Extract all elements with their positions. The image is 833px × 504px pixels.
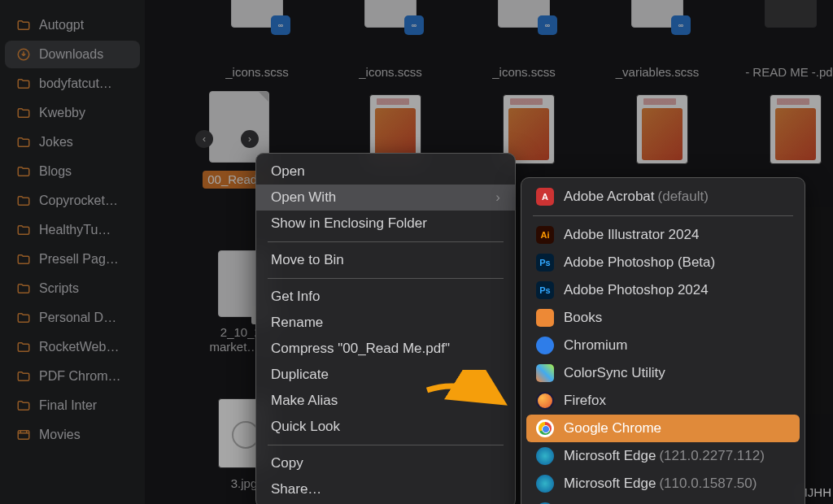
context-menu: OpenOpen With›Show in Enclosing FolderMo…	[255, 153, 516, 504]
menu-item-label: Copy	[271, 455, 303, 471]
sidebar-item-movies[interactable]: Movies	[5, 421, 140, 449]
quicklook-prev-icon[interactable]: ‹	[195, 130, 213, 148]
file-label: _icons.scss	[192, 65, 322, 80]
sidebar-item-personal-d-[interactable]: Personal D…	[5, 304, 140, 332]
menu-item-label: Open With	[271, 189, 336, 206]
menu-item-move-to-bin[interactable]: Move to Bin	[256, 247, 515, 273]
sidebar-item-autogpt[interactable]: Autogpt	[5, 11, 140, 39]
vscode-badge-icon: ∞	[671, 15, 691, 35]
sidebar-item-label: Jokes	[39, 135, 73, 150]
ps-app-icon: Ps	[536, 254, 554, 272]
file-thumbnail[interactable]	[636, 94, 688, 164]
sidebar-item-healthytu-[interactable]: HealthyTu…	[5, 216, 140, 244]
menu-item-copy[interactable]: Copy	[256, 450, 515, 476]
menu-item-label: Open	[271, 163, 305, 180]
app-item-microsoft-edge[interactable]: Microsoft Edge(110.0.1587.50)	[521, 470, 805, 497]
folder-icon	[16, 281, 31, 296]
sidebar-item-pdf-chrom-[interactable]: PDF Chrom…	[5, 363, 140, 390]
folder-icon	[16, 106, 31, 120]
app-item-label: Microsoft Edge	[564, 476, 656, 492]
menu-item-duplicate[interactable]: Duplicate	[256, 362, 515, 388]
menu-item-open[interactable]: Open	[256, 159, 515, 185]
menu-item-quick-look[interactable]: Quick Look	[256, 414, 515, 440]
app-item-google-chrome[interactable]: Google Chrome	[526, 415, 800, 442]
menu-item-label: Make Alias	[271, 393, 338, 409]
file-item[interactable]	[597, 94, 727, 172]
app-item-microsoft-edge[interactable]: Microsoft Edge(110.0.1587.49)	[521, 497, 805, 504]
app-item-chromium[interactable]: Chromium	[521, 332, 805, 359]
ai-app-icon: Ai	[536, 226, 554, 244]
sidebar-item-label: HealthyTu…	[39, 223, 111, 237]
menu-item-rename[interactable]: Rename	[256, 310, 515, 336]
colorsync-app-icon	[536, 364, 554, 382]
menu-item-label: Rename	[271, 315, 323, 331]
file-thumbnail[interactable]: ∞	[364, 0, 416, 28]
file-item[interactable]: ∞_icons.scss	[325, 0, 456, 80]
chromium-app-icon	[536, 337, 554, 354]
sidebar-item-presell-pag-[interactable]: Presell Pag…	[5, 245, 140, 273]
app-item-adobe-photoshop-2024[interactable]: PsAdobe Photoshop 2024	[521, 276, 805, 304]
open-with-submenu: AAdobe Acrobat(default)AiAdobe Illustrat…	[521, 177, 805, 504]
menu-item-label: Show in Enclosing Folder	[271, 215, 427, 232]
chrome-app-icon	[536, 419, 554, 437]
sidebar-item-jokes[interactable]: Jokes	[5, 128, 140, 156]
file-thumbnail[interactable]	[770, 94, 822, 164]
sidebar-item-label: Presell Pag…	[39, 252, 119, 267]
app-item-adobe-photoshop-beta-[interactable]: PsAdobe Photoshop (Beta)	[521, 249, 805, 276]
edge-app-icon	[536, 447, 554, 465]
file-thumbnail[interactable]: ∞	[231, 0, 283, 28]
file-item[interactable]	[731, 94, 833, 172]
menu-item-label: Duplicate	[271, 367, 329, 383]
menu-item-label: Quick Look	[271, 419, 340, 435]
file-item[interactable]: ∞_variables.scss	[592, 0, 722, 80]
sidebar-item-scripts[interactable]: Scripts	[5, 275, 140, 302]
app-item-firefox[interactable]: Firefox	[521, 387, 805, 415]
app-item-colorsync-utility[interactable]: ColorSync Utility	[521, 359, 805, 387]
file-item[interactable]: ∞_icons.scss	[459, 0, 589, 80]
file-label: _icons.scss	[325, 65, 456, 80]
sidebar-item-label: Scripts	[39, 281, 79, 296]
sidebar-item-label: Downloads	[39, 47, 103, 62]
folder-icon	[16, 340, 31, 354]
app-item-books[interactable]: Books	[521, 304, 805, 332]
quicklook-next-icon[interactable]: ›	[241, 130, 259, 148]
sidebar-item-label: Copyrocket…	[39, 193, 118, 208]
app-item-adobe-illustrator-2024[interactable]: AiAdobe Illustrator 2024	[521, 221, 805, 249]
file-item[interactable]: ∞_icons.scss	[192, 0, 322, 80]
folder-icon	[16, 398, 31, 413]
menu-item-label: Move to Bin	[271, 252, 344, 268]
folder-icon	[16, 135, 31, 150]
menu-item-compress-00-read-me-pdf-[interactable]: Compress "00_Read Me.pdf"	[256, 336, 515, 362]
chevron-right-icon: ›	[495, 189, 500, 206]
file-label: _variables.scss	[592, 65, 722, 80]
movies-icon	[16, 428, 31, 442]
folder-icon	[16, 164, 31, 179]
sidebar-item-rocketweb-[interactable]: RocketWeb…	[5, 333, 140, 361]
app-item-label: Chromium	[564, 337, 627, 354]
menu-item-open-with[interactable]: Open With›	[256, 185, 515, 211]
sidebar-item-label: RocketWeb…	[39, 340, 119, 354]
menu-item-share-[interactable]: Share…	[256, 476, 515, 502]
sidebar-item-downloads[interactable]: Downloads	[5, 41, 140, 68]
menu-item-make-alias[interactable]: Make Alias	[256, 388, 515, 414]
sidebar-item-kwebby[interactable]: Kwebby	[5, 99, 140, 127]
file-thumbnail[interactable]	[209, 91, 269, 163]
menu-item-show-in-enclosing-folder[interactable]: Show in Enclosing Folder	[256, 211, 515, 237]
sidebar-item-label: Final Inter	[39, 398, 97, 413]
file-thumbnail[interactable]: PDF	[765, 0, 817, 28]
sidebar-item-bodyfatcut-[interactable]: bodyfatcut…	[5, 70, 140, 98]
app-item-label: ColorSync Utility	[564, 365, 665, 381]
file-thumbnail[interactable]: ∞	[631, 0, 683, 28]
menu-item-label: Get Info	[271, 289, 320, 305]
sidebar-item-final-inter[interactable]: Final Inter	[5, 392, 140, 419]
sidebar-item-copyrocket-[interactable]: Copyrocket…	[5, 187, 140, 215]
file-item[interactable]: PDF- READ ME -.pdf	[726, 0, 833, 80]
file-thumbnail[interactable]: ∞	[498, 0, 550, 28]
menu-separator	[268, 278, 504, 279]
finder-window: Autogpt Downloads bodyfatcut… Kwebby Jok…	[0, 0, 833, 504]
menu-item-get-info[interactable]: Get Info	[256, 284, 515, 310]
app-item-microsoft-edge[interactable]: Microsoft Edge(121.0.2277.112)	[521, 442, 805, 470]
app-item-adobe-acrobat[interactable]: AAdobe Acrobat(default)	[521, 183, 805, 211]
sidebar-item-blogs[interactable]: Blogs	[5, 158, 140, 185]
vscode-badge-icon: ∞	[404, 15, 424, 35]
